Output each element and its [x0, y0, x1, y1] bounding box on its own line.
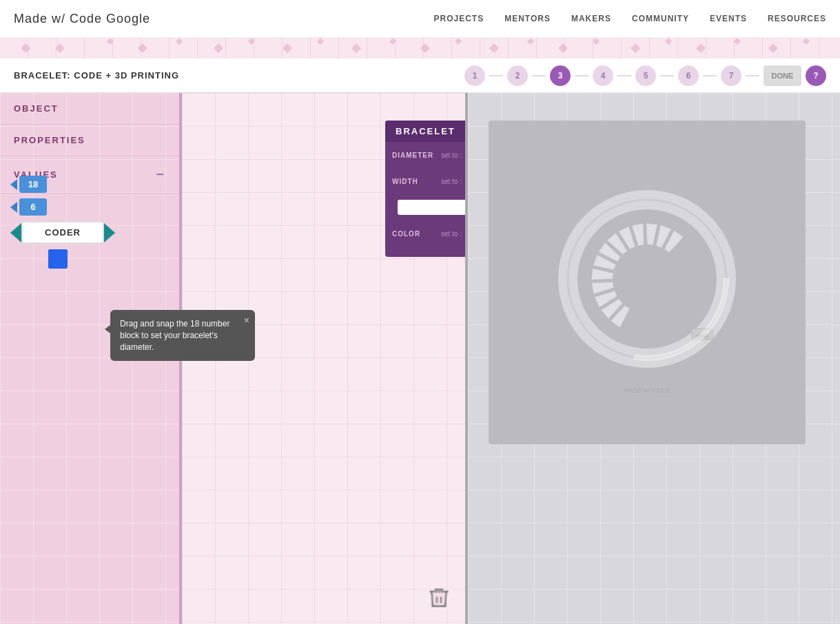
bracelet-color-row: COLOR set to : [385, 220, 465, 247]
bracelet-3d-svg: clasp MADE W/ CODE [526, 162, 768, 403]
step-dash-7 [746, 75, 759, 76]
step-dash-4 [617, 75, 631, 76]
svg-marker-4 [176, 38, 183, 45]
step-3[interactable]: 3 [550, 65, 571, 86]
extra-value[interactable] [398, 200, 465, 215]
svg-point-23 [431, 590, 447, 606]
bracelet-header: BRACELET [385, 121, 465, 142]
svg-marker-19 [696, 43, 706, 53]
coder-block[interactable]: CODER [10, 221, 115, 244]
step-dash-2 [532, 75, 546, 76]
logo-text: Made w/ Code Google [14, 12, 150, 25]
nav-mentors[interactable]: MENTORS [504, 14, 551, 23]
svg-marker-5 [214, 43, 223, 53]
small-blue-block [48, 249, 68, 269]
svg-marker-13 [489, 43, 499, 53]
nav-community[interactable]: COMMUNITY [632, 14, 689, 23]
svg-marker-6 [248, 38, 255, 45]
color-label: COLOR [392, 230, 437, 238]
svg-text:MADE W/ CODE: MADE W/ CODE [624, 387, 670, 394]
step-indicators: 1 2 3 4 5 6 7 DONE ? [464, 65, 826, 86]
deco-svg [0, 38, 840, 59]
nav-resources[interactable]: RESOURCES [768, 14, 826, 23]
svg-marker-0 [21, 43, 30, 53]
sidebar-properties[interactable]: PROPERTIES [0, 125, 179, 156]
num-block-18-arrow [10, 179, 17, 190]
svg-marker-20 [734, 38, 741, 45]
num-block-6[interactable]: 6 [10, 198, 115, 216]
bracelet-diameter-row: DIAMETER set to : [385, 142, 465, 168]
coder-arrow-left [10, 223, 21, 242]
nav-makers[interactable]: MAKERS [571, 14, 611, 23]
step-7[interactable]: 7 [721, 65, 741, 86]
step-6[interactable]: 6 [678, 65, 699, 86]
svg-marker-15 [558, 43, 568, 53]
coder-label[interactable]: CODER [21, 221, 104, 244]
svg-marker-8 [317, 38, 324, 45]
sidebar-object[interactable]: OBJECT [0, 93, 179, 125]
step-dash-6 [703, 75, 717, 76]
breadcrumb-bar: BRACELET: CODE + 3D PRINTING 1 2 3 4 5 6… [0, 59, 840, 93]
svg-marker-16 [593, 38, 600, 45]
svg-marker-3 [138, 43, 147, 53]
tooltip: × Drag and snap the 18 number block to s… [110, 310, 255, 361]
svg-marker-18 [665, 38, 672, 45]
navbar: Made w/ Code Google PROJECTS MENTORS MAK… [0, 0, 840, 38]
right-panel: clasp MADE W/ CODE [468, 93, 840, 624]
tooltip-text: Drag and snap the 18 number block to set… [120, 319, 229, 352]
help-button[interactable]: ? [806, 65, 826, 86]
step-5[interactable]: 5 [635, 65, 656, 86]
svg-marker-10 [389, 38, 396, 45]
svg-marker-17 [631, 43, 640, 53]
nav-links: PROJECTS MENTORS MAKERS COMMUNITY EVENTS… [433, 14, 826, 23]
svg-marker-2 [107, 38, 114, 45]
deco-band [0, 38, 840, 59]
breadcrumb-title: BRACELET: CODE + 3D PRINTING [14, 70, 179, 81]
num-block-18-value[interactable]: 18 [19, 176, 47, 193]
step-dash-5 [660, 75, 674, 76]
num-block-6-arrow [10, 202, 17, 213]
svg-marker-11 [420, 43, 430, 53]
bracelet-preview: clasp MADE W/ CODE [489, 121, 806, 444]
coder-arrow-right [104, 223, 115, 242]
svg-marker-9 [351, 43, 361, 53]
bracelet-width-row: WIDTH set to : [385, 168, 465, 194]
sidebar-values-collapse[interactable]: − [156, 167, 165, 183]
num-block-6-value[interactable]: 6 [19, 198, 47, 216]
code-area: 18 6 CODER [10, 176, 115, 269]
width-set-to: set to : [441, 178, 462, 185]
tooltip-close[interactable]: × [244, 314, 249, 328]
main-content: OBJECT PROPERTIES VALUES − 18 6 CODER [0, 93, 840, 624]
color-set-to: set to : [441, 230, 462, 238]
nav-projects[interactable]: PROJECTS [433, 14, 484, 23]
done-button[interactable]: DONE [764, 65, 801, 86]
step-4[interactable]: 4 [593, 65, 613, 86]
svg-marker-12 [455, 38, 462, 45]
step-dash-1 [489, 75, 503, 76]
svg-marker-14 [527, 38, 534, 45]
step-2[interactable]: 2 [507, 65, 528, 86]
nav-events[interactable]: EVENTS [710, 14, 747, 23]
svg-marker-22 [803, 38, 810, 45]
trash-button[interactable] [427, 585, 451, 610]
diameter-set-to: set to : [441, 152, 462, 159]
bracelet-block[interactable]: BRACELET DIAMETER set to : WIDTH set to … [385, 121, 465, 257]
svg-marker-21 [768, 43, 778, 53]
width-label: WIDTH [392, 178, 437, 185]
step-1[interactable]: 1 [464, 65, 485, 86]
diameter-label: DIAMETER [392, 152, 437, 159]
num-block-18[interactable]: 18 [10, 176, 115, 193]
logo: Made w/ Code Google [14, 12, 150, 26]
deco-pattern [0, 38, 840, 59]
bracelet-extra-row [385, 194, 465, 220]
svg-marker-1 [55, 43, 65, 53]
step-dash-3 [575, 75, 588, 76]
svg-marker-7 [283, 43, 292, 53]
left-panel: OBJECT PROPERTIES VALUES − 18 6 CODER [0, 93, 179, 624]
